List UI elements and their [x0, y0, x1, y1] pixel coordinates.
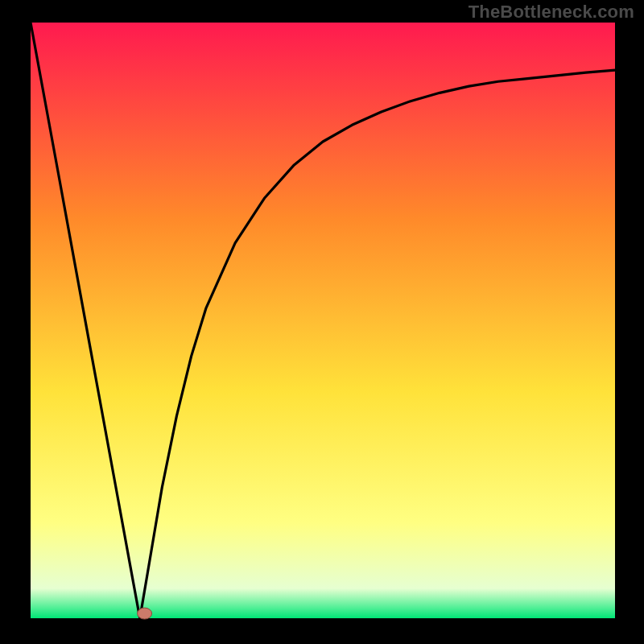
plot-heat-background	[31, 23, 615, 618]
optimum-marker	[138, 608, 152, 619]
chart-frame: TheBottleneck.com	[0, 0, 644, 644]
bottleneck-chart	[0, 0, 644, 644]
attribution-label: TheBottleneck.com	[469, 2, 634, 23]
